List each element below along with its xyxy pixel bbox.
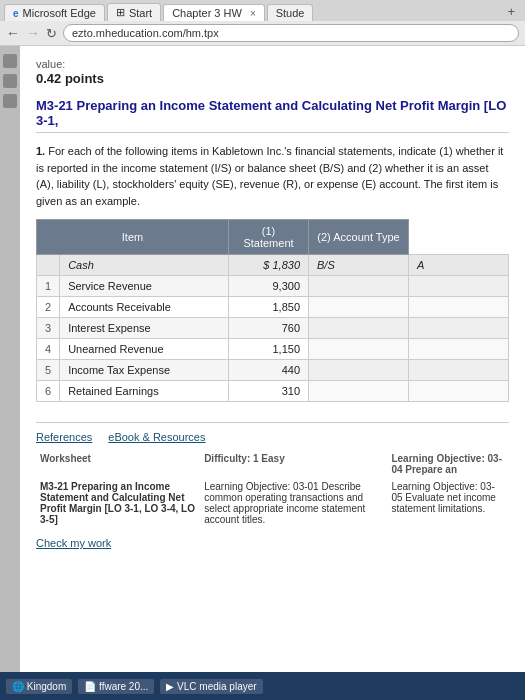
tab-chapter3hw[interactable]: Chapter 3 HW ×: [163, 4, 265, 21]
row-value: 760: [229, 318, 309, 339]
table-row: Cash $ 1,830 B/S A: [37, 255, 509, 276]
refresh-icon[interactable]: ↻: [46, 26, 57, 41]
tab-start[interactable]: ⊞ Start: [107, 3, 161, 21]
row-num: 6: [37, 381, 60, 402]
row-statement[interactable]: [309, 318, 409, 339]
row-num: [37, 255, 60, 276]
start-icon: ⊞: [116, 6, 125, 19]
row-statement[interactable]: [309, 276, 409, 297]
references-table: Worksheet Difficulty: 1 Easy Learning Ob…: [36, 451, 509, 527]
financial-table: Item (1) Statement (2) Account Type Cash…: [36, 219, 509, 402]
left-side-panel: [0, 46, 20, 672]
row-account[interactable]: [409, 381, 509, 402]
question-body: 1. For each of the following items in Ka…: [36, 143, 509, 209]
tab-microsoft-edge[interactable]: e Microsoft Edge: [4, 4, 105, 21]
main-content: value: 0.42 points M3-21 Preparing an In…: [20, 46, 525, 672]
table-row: 6 Retained Earnings 310: [37, 381, 509, 402]
row-num: 3: [37, 318, 60, 339]
new-tab-button[interactable]: +: [501, 2, 521, 21]
row-value: 310: [229, 381, 309, 402]
row-account[interactable]: [409, 360, 509, 381]
taskbar: 🌐 Kingdom 📄 ffware 20... ▶ VLC media pla…: [0, 672, 525, 700]
ref-header: References eBook & Resources: [36, 431, 509, 443]
row-account[interactable]: [409, 276, 509, 297]
taskbar-text-2: VLC media player: [177, 681, 256, 692]
row-statement: B/S: [309, 255, 409, 276]
row-item: Service Revenue: [60, 276, 229, 297]
row-account[interactable]: [409, 318, 509, 339]
col-header-item: Item: [37, 220, 229, 255]
row-value: 440: [229, 360, 309, 381]
address-bar-row: ← → ↻ ezto.mheducation.com/hm.tpx: [0, 21, 525, 46]
address-input[interactable]: ezto.mheducation.com/hm.tpx: [63, 24, 519, 42]
row-item: Accounts Receivable: [60, 297, 229, 318]
taskbar-item-1[interactable]: 📄 ffware 20...: [78, 679, 154, 694]
tab-label: Chapter 3 HW: [172, 7, 242, 19]
row-item: Unearned Revenue: [60, 339, 229, 360]
row-value: 9,300: [229, 276, 309, 297]
edge-icon: e: [13, 8, 19, 19]
table-row: 2 Accounts Receivable 1,850: [37, 297, 509, 318]
taskbar-label-2: ▶: [166, 681, 174, 692]
ref-learning-obj: Learning Objective: 03-04 Prepare an: [387, 451, 509, 479]
ref-worksheet-label: Worksheet: [36, 451, 200, 479]
row-num: 5: [37, 360, 60, 381]
references-section: References eBook & Resources Worksheet D…: [36, 422, 509, 527]
col-header-account: (2) Account Type: [309, 220, 409, 255]
ebook-link[interactable]: eBook & Resources: [108, 431, 205, 443]
row-item: Income Tax Expense: [60, 360, 229, 381]
tab-label: Microsoft Edge: [23, 7, 96, 19]
points-display: 0.42 points: [36, 71, 509, 86]
ref-worksheet-desc: Learning Objective: 03-01 Describe commo…: [200, 479, 387, 527]
row-statement[interactable]: [309, 339, 409, 360]
ref-difficulty-label: Difficulty: 1 Easy: [200, 451, 387, 479]
taskbar-item-2[interactable]: ▶ VLC media player: [160, 679, 262, 694]
side-icon-3[interactable]: [3, 94, 17, 108]
row-value: 1,850: [229, 297, 309, 318]
question-number: 1.: [36, 145, 45, 157]
question-title: M3-21 Preparing an Income Statement and …: [36, 98, 509, 133]
row-account[interactable]: [409, 339, 509, 360]
content-area: value: 0.42 points M3-21 Preparing an In…: [0, 46, 525, 672]
tab-stude[interactable]: Stude: [267, 4, 314, 21]
tab-row: e Microsoft Edge ⊞ Start Chapter 3 HW × …: [0, 0, 525, 21]
col-header-statement: (1) Statement: [229, 220, 309, 255]
taskbar-item-0[interactable]: 🌐 Kingdom: [6, 679, 72, 694]
row-statement[interactable]: [309, 297, 409, 318]
table-row: 4 Unearned Revenue 1,150: [37, 339, 509, 360]
row-item: Interest Expense: [60, 318, 229, 339]
ref-worksheet-title: M3-21 Preparing an Income Statement and …: [36, 479, 200, 527]
row-item: Retained Earnings: [60, 381, 229, 402]
row-num: 4: [37, 339, 60, 360]
page-wrapper: e Microsoft Edge ⊞ Start Chapter 3 HW × …: [0, 0, 525, 700]
taskbar-text-1: ffware 20...: [99, 681, 148, 692]
taskbar-text-0: Kingdom: [27, 681, 66, 692]
row-num: 2: [37, 297, 60, 318]
row-item: Cash: [60, 255, 229, 276]
tab-label: Stude: [276, 7, 305, 19]
references-link[interactable]: References: [36, 431, 92, 443]
row-statement[interactable]: [309, 360, 409, 381]
row-statement[interactable]: [309, 381, 409, 402]
row-value: 1,150: [229, 339, 309, 360]
value-label: value:: [36, 58, 509, 70]
row-account[interactable]: [409, 297, 509, 318]
table-row: 3 Interest Expense 760: [37, 318, 509, 339]
tab-label: Start: [129, 7, 152, 19]
check-my-work-link[interactable]: Check my work: [36, 537, 509, 549]
close-icon[interactable]: ×: [250, 8, 256, 19]
row-value: $ 1,830: [229, 255, 309, 276]
forward-icon[interactable]: →: [26, 25, 40, 41]
question-text: For each of the following items in Kable…: [36, 145, 503, 207]
ref-learning-obj2: Learning Objective: 03-05 Evaluate net i…: [387, 479, 509, 527]
table-row: 1 Service Revenue 9,300: [37, 276, 509, 297]
side-icon-1[interactable]: [3, 54, 17, 68]
side-icon-2[interactable]: [3, 74, 17, 88]
row-num: 1: [37, 276, 60, 297]
row-account: A: [409, 255, 509, 276]
taskbar-label-1: 📄: [84, 681, 96, 692]
taskbar-label-0: 🌐: [12, 681, 24, 692]
table-row: 5 Income Tax Expense 440: [37, 360, 509, 381]
back-icon[interactable]: ←: [6, 25, 20, 41]
